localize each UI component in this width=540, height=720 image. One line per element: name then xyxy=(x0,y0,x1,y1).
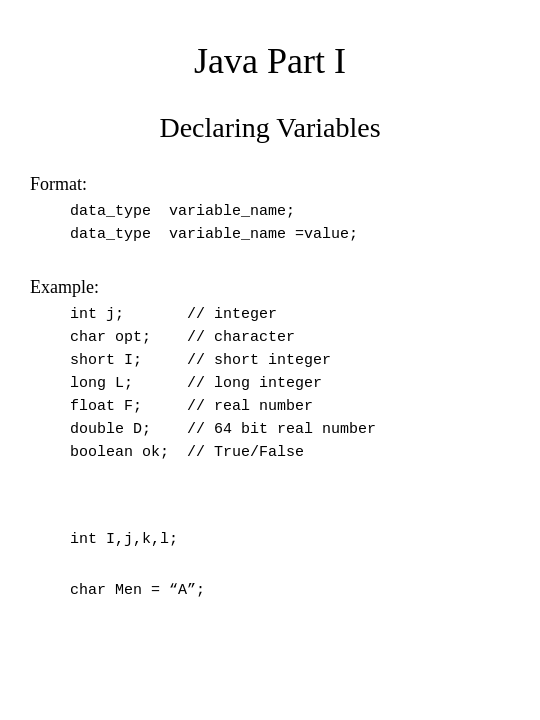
example-line-5: float F; // real number xyxy=(70,398,376,415)
extra-code-block: int I,j,k,l; char Men = “A”; xyxy=(70,497,205,633)
example-line-2: char opt; // character xyxy=(70,329,376,346)
example-line-1: int j; // integer xyxy=(70,306,376,323)
example-label: Example: xyxy=(30,277,376,298)
example-line-3: short I; // short integer xyxy=(70,352,376,369)
page-subtitle: Declaring Variables xyxy=(30,112,510,144)
example-line-4: long L; // long integer xyxy=(70,375,376,392)
extra-line-1: int I,j,k,l; xyxy=(70,531,205,548)
example-section: Example: int j; // integer char opt; // … xyxy=(30,277,376,467)
page: Java Part I Declaring Variables Format: … xyxy=(0,0,540,720)
format-section: Format: data_type variable_name; data_ty… xyxy=(30,174,358,249)
extra-line-2: char Men = “A”; xyxy=(70,582,205,599)
format-line-2: data_type variable_name =value; xyxy=(70,226,358,243)
format-line-1: data_type variable_name; xyxy=(70,203,358,220)
format-label: Format: xyxy=(30,174,358,195)
page-title: Java Part I xyxy=(30,40,510,82)
example-line-7: boolean ok; // True/False xyxy=(70,444,376,461)
example-line-6: double D; // 64 bit real number xyxy=(70,421,376,438)
